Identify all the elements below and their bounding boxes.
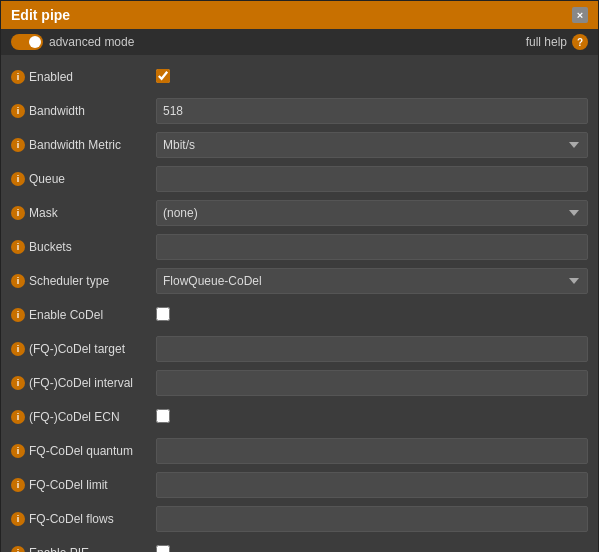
full-help[interactable]: full help ? [526, 34, 588, 50]
label-mask: iMask [11, 206, 156, 220]
checkbox-enable_pie[interactable] [156, 545, 170, 553]
label-text-mask: Mask [29, 206, 58, 220]
info-icon-enable_pie[interactable]: i [11, 546, 25, 552]
help-icon[interactable]: ? [572, 34, 588, 50]
info-icon-bandwidth_metric[interactable]: i [11, 138, 25, 152]
label-bandwidth: iBandwidth [11, 104, 156, 118]
info-icon-buckets[interactable]: i [11, 240, 25, 254]
toggle-switch[interactable] [11, 34, 43, 50]
label-enable_codel: iEnable CoDel [11, 308, 156, 322]
checkbox-enabled[interactable] [156, 69, 170, 83]
input-col-enable_pie [156, 545, 588, 553]
row-fq_codel_flows: iFQ-CoDel flows [11, 505, 588, 533]
label-text-bandwidth_metric: Bandwidth Metric [29, 138, 121, 152]
info-icon-enable_codel[interactable]: i [11, 308, 25, 322]
input-fq_codel_limit[interactable] [156, 472, 588, 498]
label-text-fq_codel_ecn: (FQ-)CoDel ECN [29, 410, 120, 424]
select-wrapper-bandwidth_metric: bit/sKbit/sMbit/sGbit/s [156, 132, 588, 158]
row-bandwidth_metric: iBandwidth Metricbit/sKbit/sMbit/sGbit/s [11, 131, 588, 159]
row-mask: iMask(none)src-ipdst-ipsrc-portdst-portf… [11, 199, 588, 227]
toolbar: advanced mode full help ? [1, 29, 598, 55]
input-fq_codel_quantum[interactable] [156, 438, 588, 464]
label-text-fq_codel_interval: (FQ-)CoDel interval [29, 376, 133, 390]
row-fq_codel_quantum: iFQ-CoDel quantum [11, 437, 588, 465]
select-bandwidth_metric[interactable]: bit/sKbit/sMbit/sGbit/s [156, 132, 588, 158]
input-col-fq_codel_ecn [156, 409, 588, 426]
input-bandwidth[interactable] [156, 98, 588, 124]
label-enabled: iEnabled [11, 70, 156, 84]
info-icon-mask[interactable]: i [11, 206, 25, 220]
edit-pipe-dialog: Edit pipe × advanced mode full help ? iE… [0, 0, 599, 552]
info-icon-fq_codel_interval[interactable]: i [11, 376, 25, 390]
input-col-fq_codel_interval [156, 370, 588, 396]
info-icon-fq_codel_ecn[interactable]: i [11, 410, 25, 424]
toggle-knob [29, 36, 41, 48]
label-queue: iQueue [11, 172, 156, 186]
title-bar-left: Edit pipe [11, 7, 70, 23]
input-col-bandwidth_metric: bit/sKbit/sMbit/sGbit/s [156, 132, 588, 158]
label-text-enable_codel: Enable CoDel [29, 308, 103, 322]
select-scheduler_type[interactable]: FIFOFlowQueue-CoDelFQ-PIEWFQDRR [156, 268, 588, 294]
input-col-fq_codel_target [156, 336, 588, 362]
info-icon-bandwidth[interactable]: i [11, 104, 25, 118]
input-col-enable_codel [156, 307, 588, 324]
info-icon-fq_codel_flows[interactable]: i [11, 512, 25, 526]
checkbox-enable_codel[interactable] [156, 307, 170, 321]
row-fq_codel_interval: i(FQ-)CoDel interval [11, 369, 588, 397]
info-icon-fq_codel_target[interactable]: i [11, 342, 25, 356]
label-enable_pie: iEnable PIE [11, 546, 156, 552]
input-fq_codel_interval[interactable] [156, 370, 588, 396]
label-text-fq_codel_flows: FQ-CoDel flows [29, 512, 114, 526]
row-scheduler_type: iScheduler typeFIFOFlowQueue-CoDelFQ-PIE… [11, 267, 588, 295]
info-icon-fq_codel_quantum[interactable]: i [11, 444, 25, 458]
label-fq_codel_quantum: iFQ-CoDel quantum [11, 444, 156, 458]
input-col-fq_codel_flows [156, 506, 588, 532]
input-col-scheduler_type: FIFOFlowQueue-CoDelFQ-PIEWFQDRR [156, 268, 588, 294]
label-fq_codel_limit: iFQ-CoDel limit [11, 478, 156, 492]
full-help-label: full help [526, 35, 567, 49]
label-fq_codel_ecn: i(FQ-)CoDel ECN [11, 410, 156, 424]
input-queue[interactable] [156, 166, 588, 192]
label-scheduler_type: iScheduler type [11, 274, 156, 288]
label-text-queue: Queue [29, 172, 65, 186]
select-mask[interactable]: (none)src-ipdst-ipsrc-portdst-portflow [156, 200, 588, 226]
form-content: iEnablediBandwidthiBandwidth Metricbit/s… [1, 55, 598, 552]
label-text-buckets: Buckets [29, 240, 72, 254]
input-col-mask: (none)src-ipdst-ipsrc-portdst-portflow [156, 200, 588, 226]
row-fq_codel_target: i(FQ-)CoDel target [11, 335, 588, 363]
label-buckets: iBuckets [11, 240, 156, 254]
dialog-title: Edit pipe [11, 7, 70, 23]
advanced-mode-toggle[interactable]: advanced mode [11, 34, 134, 50]
info-icon-scheduler_type[interactable]: i [11, 274, 25, 288]
title-bar: Edit pipe × [1, 1, 598, 29]
label-text-fq_codel_target: (FQ-)CoDel target [29, 342, 125, 356]
input-col-bandwidth [156, 98, 588, 124]
row-bandwidth: iBandwidth [11, 97, 588, 125]
row-fq_codel_limit: iFQ-CoDel limit [11, 471, 588, 499]
label-fq_codel_target: i(FQ-)CoDel target [11, 342, 156, 356]
info-icon-queue[interactable]: i [11, 172, 25, 186]
label-text-fq_codel_quantum: FQ-CoDel quantum [29, 444, 133, 458]
input-col-fq_codel_quantum [156, 438, 588, 464]
close-button[interactable]: × [572, 7, 588, 23]
advanced-mode-label: advanced mode [49, 35, 134, 49]
info-icon-fq_codel_limit[interactable]: i [11, 478, 25, 492]
checkbox-fq_codel_ecn[interactable] [156, 409, 170, 423]
label-text-scheduler_type: Scheduler type [29, 274, 109, 288]
input-col-enabled [156, 69, 588, 86]
row-enable_codel: iEnable CoDel [11, 301, 588, 329]
row-fq_codel_ecn: i(FQ-)CoDel ECN [11, 403, 588, 431]
select-wrapper-scheduler_type: FIFOFlowQueue-CoDelFQ-PIEWFQDRR [156, 268, 588, 294]
row-enable_pie: iEnable PIE [11, 539, 588, 552]
input-fq_codel_target[interactable] [156, 336, 588, 362]
input-col-buckets [156, 234, 588, 260]
row-enabled: iEnabled [11, 63, 588, 91]
label-text-fq_codel_limit: FQ-CoDel limit [29, 478, 108, 492]
input-col-fq_codel_limit [156, 472, 588, 498]
label-text-enabled: Enabled [29, 70, 73, 84]
input-fq_codel_flows[interactable] [156, 506, 588, 532]
label-fq_codel_interval: i(FQ-)CoDel interval [11, 376, 156, 390]
info-icon-enabled[interactable]: i [11, 70, 25, 84]
label-bandwidth_metric: iBandwidth Metric [11, 138, 156, 152]
input-buckets[interactable] [156, 234, 588, 260]
